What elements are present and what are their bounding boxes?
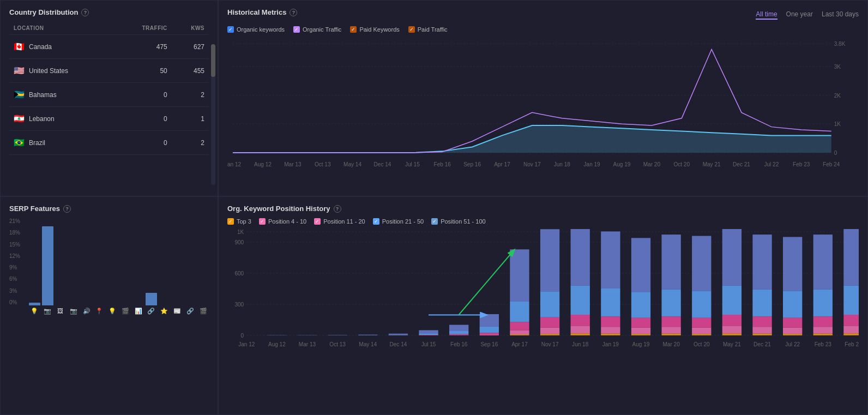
svg-text:Aug 12: Aug 12 (254, 161, 272, 167)
svg-rect-77 (480, 335, 499, 335)
svg-rect-140 (843, 229, 859, 286)
svg-rect-80 (480, 314, 499, 327)
scrollbar[interactable] (211, 44, 215, 185)
title-text: Org. Keyword Position History (227, 205, 330, 213)
svg-text:600: 600 (234, 270, 244, 276)
flag-icon: 🇨🇦 (14, 41, 25, 52)
serp-bar (29, 303, 40, 305)
legend-check: ✓ (373, 218, 379, 225)
svg-text:Aug 12: Aug 12 (268, 341, 286, 347)
svg-rect-116 (722, 333, 742, 335)
svg-text:Jun 18: Jun 18 (554, 161, 571, 167)
dashboard: Country Distribution ? LOCATION TRAFFIC … (0, 0, 868, 415)
svg-rect-97 (601, 327, 620, 333)
legend-paid-kw: ✓ Paid Keywords (350, 26, 399, 33)
country-name-text: Bahamas (29, 91, 57, 99)
svg-text:Apr 17: Apr 17 (511, 341, 528, 347)
keyword-legend-item: ✓ Top 3 (227, 218, 251, 225)
svg-rect-100 (601, 231, 620, 288)
kws-cell: 627 (172, 35, 209, 59)
legend-label: Top 3 (237, 218, 251, 225)
svg-rect-94 (571, 286, 590, 315)
svg-text:2K: 2K (834, 93, 841, 99)
svg-text:Feb 16: Feb 16 (450, 341, 468, 347)
legend-paid-traffic: ✓ Paid Traffic (408, 26, 448, 33)
filter-one-year[interactable]: One year (786, 10, 813, 20)
serp-icon: ⭐ (159, 308, 170, 315)
table-row: 🇨🇦 Canada 475 627 (9, 35, 209, 59)
svg-rect-103 (631, 318, 650, 328)
svg-rect-99 (601, 288, 620, 316)
legend-label: Position 11 - 20 (323, 218, 365, 225)
svg-rect-106 (661, 334, 680, 335)
title-text: SERP Features (9, 205, 60, 213)
serp-y-label: 18% (9, 230, 27, 236)
svg-text:Oct 20: Oct 20 (673, 161, 690, 167)
help-icon[interactable]: ? (81, 9, 89, 16)
serp-bar-col (132, 218, 144, 305)
svg-rect-82 (510, 330, 529, 335)
serp-icon: 🔊 (81, 308, 92, 315)
serp-bar (146, 293, 157, 305)
serp-icon: 🖼 (55, 308, 67, 315)
serp-icon: 🔗 (184, 308, 196, 315)
svg-text:Jul 22: Jul 22 (785, 341, 800, 347)
country-cell: 🇧🇷 Brazil (9, 131, 115, 155)
kws-cell: 455 (172, 59, 209, 83)
svg-text:3K: 3K (834, 64, 841, 70)
legend-label: Position 51 - 100 (441, 218, 486, 225)
svg-text:Sep 16: Sep 16 (480, 341, 498, 347)
help-icon[interactable]: ? (334, 205, 341, 213)
svg-rect-126 (783, 334, 802, 335)
svg-text:Mar 13: Mar 13 (299, 341, 316, 347)
flag-icon: 🇺🇸 (14, 65, 25, 76)
serp-y-label: 21% (9, 218, 27, 224)
keyword-position-panel: Org. Keyword Position History ? ✓ Top 3 … (218, 196, 868, 415)
svg-rect-104 (631, 292, 650, 318)
country-cell: 🇧🇸 Bahamas (9, 83, 115, 107)
svg-text:May 14: May 14 (359, 341, 377, 347)
svg-rect-110 (661, 234, 680, 290)
filter-all-time[interactable]: All time (756, 10, 777, 20)
svg-text:Feb 16: Feb 16 (434, 161, 451, 167)
svg-rect-66 (358, 335, 377, 335)
keyword-legend-item: ✓ Position 11 - 20 (314, 218, 365, 225)
svg-rect-68 (389, 335, 408, 335)
traffic-cell: 0 (115, 131, 172, 155)
svg-rect-70 (419, 335, 438, 335)
svg-rect-121 (752, 334, 771, 335)
svg-text:Dec 14: Dec 14 (389, 341, 407, 347)
help-icon[interactable]: ? (290, 9, 297, 16)
kws-cell: 2 (172, 131, 209, 155)
flag-icon: 🇧🇷 (14, 137, 25, 148)
svg-text:May 21: May 21 (703, 161, 721, 167)
keyword-legend-item: ✓ Position 4 - 10 (259, 218, 306, 225)
serp-bar-col (94, 218, 105, 305)
help-icon[interactable]: ? (63, 205, 71, 213)
legend-check: ✓ (259, 218, 266, 225)
svg-rect-124 (752, 290, 771, 316)
svg-text:Jun 18: Jun 18 (572, 341, 589, 347)
svg-rect-132 (813, 327, 833, 333)
svg-rect-84 (510, 301, 529, 322)
col-traffic: TRAFFIC (115, 22, 172, 35)
serp-bar (42, 226, 53, 305)
kws-cell: 1 (172, 107, 209, 131)
svg-rect-123 (752, 316, 771, 327)
svg-text:Jan 12: Jan 12 (227, 161, 242, 167)
svg-text:1K: 1K (237, 229, 244, 235)
svg-rect-69 (389, 334, 408, 335)
historical-legend: ✓ Organic keywords ✓ Organic Traffic ✓ P… (227, 26, 859, 33)
table-row: 🇧🇷 Brazil 0 2 (9, 131, 209, 155)
svg-rect-87 (540, 328, 559, 334)
svg-rect-102 (631, 328, 650, 334)
filter-30-days[interactable]: Last 30 days (822, 10, 859, 20)
country-name-text: Canada (29, 43, 52, 51)
country-distribution-title: Country Distribution ? (9, 8, 209, 16)
legend-check-paid-kw: ✓ (350, 26, 357, 33)
svg-text:Dec 21: Dec 21 (733, 161, 750, 167)
svg-rect-93 (571, 315, 590, 326)
legend-organic-traffic: ✓ Organic Traffic (293, 26, 341, 33)
svg-text:May 21: May 21 (723, 341, 741, 347)
country-table: LOCATION TRAFFIC KWS 🇨🇦 Canada 475 627 🇺… (9, 22, 209, 155)
